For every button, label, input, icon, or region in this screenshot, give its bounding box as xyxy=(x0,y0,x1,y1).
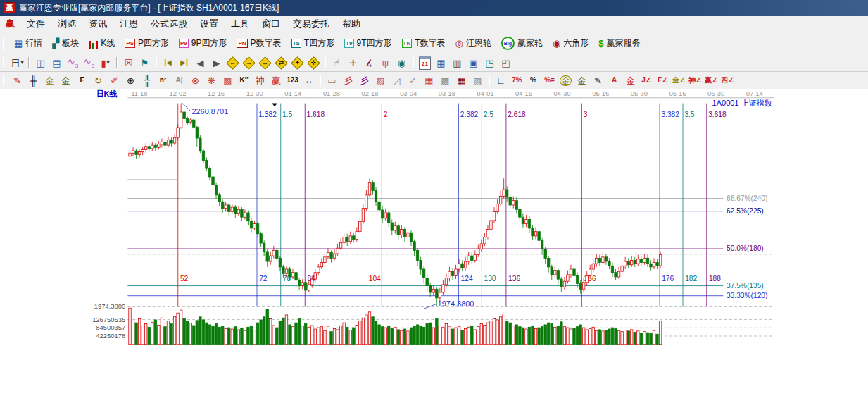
calculator-icon[interactable]: ▦ xyxy=(434,56,448,70)
span-arrows-icon[interactable]: ↔ xyxy=(301,73,316,87)
grid-icon[interactable]: ▦ xyxy=(422,73,436,87)
t-number-table-button[interactable]: TNT数字表 xyxy=(397,35,451,51)
draw-pen-icon[interactable]: ✐ xyxy=(107,73,122,87)
compress-all-icon[interactable]: ✛ xyxy=(306,56,321,70)
time-lines-icon[interactable]: ╬ xyxy=(139,73,154,87)
menu-tools[interactable]: 工具 xyxy=(225,18,256,30)
menu-settings[interactable]: 设置 xyxy=(194,18,225,30)
compress-h-icon[interactable]: ⇄ xyxy=(274,56,289,70)
winner-wheel-button[interactable]: Big赢家轮 xyxy=(496,35,548,51)
formula-icon[interactable]: ☒ xyxy=(121,56,136,70)
shift-right-icon[interactable]: → xyxy=(241,56,256,70)
menu-gann[interactable]: 江恩 xyxy=(113,18,144,30)
web-icon[interactable]: ❋ xyxy=(204,73,219,87)
ying-tool-icon[interactable]: 赢 xyxy=(269,73,284,87)
f-angle-icon[interactable]: F∠ xyxy=(655,73,670,87)
k-mark-icon[interactable]: K″ xyxy=(237,73,251,87)
fan-icon[interactable]: 彡 xyxy=(341,73,356,87)
gold-red-icon[interactable]: 金 xyxy=(623,73,638,87)
price-label-icon[interactable]: A| xyxy=(172,73,187,87)
menu-file[interactable]: 文件 xyxy=(20,18,51,30)
fibo-lines-icon[interactable]: F xyxy=(75,73,89,87)
gold-angle-icon[interactable]: 金∠ xyxy=(672,73,686,87)
brush-icon[interactable]: ✎ xyxy=(10,73,25,87)
period-day-dropdown[interactable]: 日▾ xyxy=(10,56,25,70)
hand-icon[interactable]: ☝ xyxy=(329,56,344,70)
next-page-icon[interactable]: ▶ xyxy=(209,56,224,70)
cycle-tool-icon[interactable]: ◉ xyxy=(394,56,409,70)
pattern-window-icon[interactable]: ◫ xyxy=(33,56,48,70)
shift-left-icon[interactable]: ← xyxy=(225,56,240,70)
document-icon[interactable]: ▤ xyxy=(49,56,64,70)
crosshair-icon[interactable]: ✛ xyxy=(346,56,360,70)
gann-circle-icon[interactable]: ⊕ xyxy=(123,73,138,87)
steps-icon[interactable]: ∟ xyxy=(493,73,508,87)
sectors-button[interactable]: ▞板块 xyxy=(47,35,84,51)
fan-box-icon[interactable]: 彡 xyxy=(357,73,372,87)
expand-all-icon[interactable]: ✦ xyxy=(290,56,305,70)
shen-angle-icon[interactable]: 神∠ xyxy=(688,73,703,87)
expand-h-icon[interactable]: ↔ xyxy=(258,56,272,70)
hexagon-button[interactable]: ◉六角形 xyxy=(548,35,593,51)
quotes-button[interactable]: ▦行情 xyxy=(9,35,47,51)
j-angle-icon[interactable]: J∠ xyxy=(639,73,654,87)
gold-section-icon[interactable]: 金 xyxy=(42,73,57,87)
menu-browse[interactable]: 浏览 xyxy=(51,18,82,30)
ying-angle-icon[interactable]: 赢∠ xyxy=(704,73,719,87)
gold-angle-icon-glyph: 金∠ xyxy=(672,77,686,84)
last-page-icon[interactable]: ▶| xyxy=(177,56,191,70)
menu-help[interactable]: 帮助 xyxy=(336,18,367,30)
menu-formula-picker[interactable]: 公式选股 xyxy=(144,18,194,30)
pct-line-icon[interactable]: %= xyxy=(542,73,557,87)
shen-tool-icon[interactable]: 神 xyxy=(253,73,268,87)
wave9-chart-icon[interactable]: ∿9 xyxy=(82,56,96,70)
wave3-chart-icon[interactable]: ∿3 xyxy=(65,56,80,70)
gann-grid-icon[interactable]: ╫ xyxy=(26,73,41,87)
pct-icon[interactable]: % xyxy=(526,73,541,87)
notes-icon[interactable]: ▥ xyxy=(450,56,465,70)
n-square-icon[interactable]: n² xyxy=(156,73,170,87)
hatch-icon[interactable]: ▧ xyxy=(470,73,485,87)
grid3-icon[interactable]: ▦ xyxy=(454,73,469,87)
p-square-button[interactable]: PSP四方形 xyxy=(120,35,174,51)
9t-square-button[interactable]: T99T四方形 xyxy=(339,35,396,51)
menu-window[interactable]: 窗口 xyxy=(256,18,287,30)
gold-circle-icon[interactable]: 金 xyxy=(558,73,573,87)
box-select-icon[interactable]: ▭ xyxy=(325,73,339,87)
net-computer-icon[interactable]: ◳ xyxy=(482,56,497,70)
candle-type-dropdown[interactable]: ▮▾ xyxy=(98,56,113,70)
levels-flag-icon[interactable]: ⚑ xyxy=(137,56,152,70)
check-lines-icon[interactable]: ✓ xyxy=(405,73,420,87)
si-angle-icon[interactable]: 四∠ xyxy=(720,73,735,87)
angle-measure-icon[interactable]: ∡ xyxy=(362,56,377,70)
menu-trade[interactable]: 交易委托 xyxy=(287,18,336,30)
spiral-icon[interactable]: ↻ xyxy=(91,73,106,87)
gann-wheel-button[interactable]: ◎江恩轮 xyxy=(451,35,496,51)
save-icon[interactable]: ▣ xyxy=(466,56,481,70)
first-page-icon[interactable]: |◀ xyxy=(161,56,175,70)
candle xyxy=(218,193,220,206)
a-wave-icon[interactable]: A xyxy=(607,73,622,87)
t-square-button[interactable]: TST四方形 xyxy=(287,35,340,51)
web-grid-icon[interactable]: ▩ xyxy=(220,73,235,87)
gold-line-icon[interactable]: 金 xyxy=(574,73,589,87)
print-computer-icon[interactable]: ◰ xyxy=(498,56,513,70)
kline-chart-area[interactable]: 11-1812-0212-1612-3001-1401-2802-1803-04… xyxy=(0,89,868,415)
gold-section2-icon[interactable]: 金 xyxy=(58,73,73,87)
title-bar[interactable]: 赢 赢家江恩专业版[赢家内部服务平台] - [上证指数 SH1A0001-167… xyxy=(0,0,868,16)
diagonal-lines-icon[interactable]: ◿ xyxy=(389,73,404,87)
target-icon[interactable]: ⊗ xyxy=(188,73,203,87)
prev-page-icon[interactable]: ◀ xyxy=(193,56,208,70)
candle-pen-icon[interactable]: ✎ xyxy=(591,73,605,87)
winner-service-button[interactable]: $赢家服务 xyxy=(593,35,645,51)
p-number-table-button[interactable]: PNP数字表 xyxy=(232,35,286,51)
menu-news[interactable]: 资讯 xyxy=(82,18,113,30)
box-diagonal-icon[interactable]: ▨ xyxy=(373,73,388,87)
calendar-icon[interactable]: 21 xyxy=(417,56,432,70)
pct7-icon[interactable]: 7% xyxy=(510,73,524,87)
gann-shape-icon[interactable]: ψ xyxy=(378,56,393,70)
grid-123-icon[interactable]: 123 xyxy=(285,73,300,87)
kline-button[interactable]: K线 xyxy=(84,35,120,51)
grid2-icon[interactable]: ▩ xyxy=(438,73,453,87)
9p-square-button[interactable]: P99P四方形 xyxy=(174,35,232,51)
